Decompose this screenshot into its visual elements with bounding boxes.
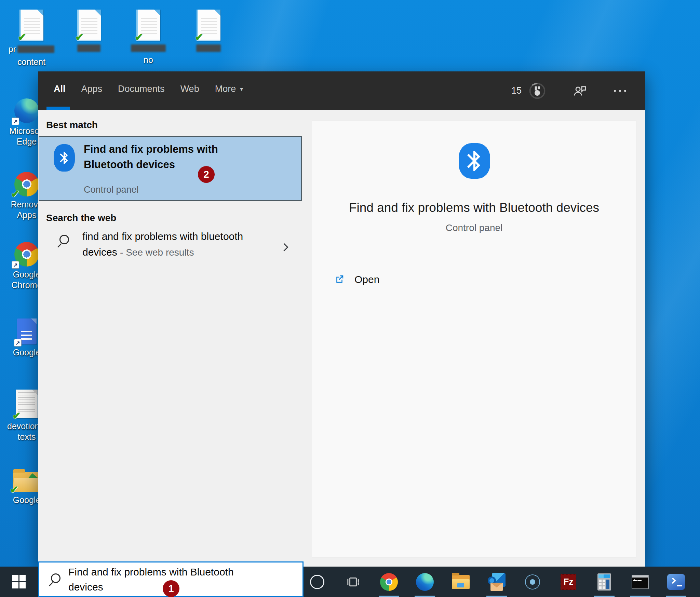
filezilla-icon: Fz bbox=[561, 574, 576, 590]
rewards-button[interactable]: 15 bbox=[511, 83, 546, 99]
bluetooth-icon-large bbox=[459, 143, 490, 179]
shortcut-arrow-icon: ↗ bbox=[14, 339, 22, 347]
document-icon: ✔ bbox=[19, 10, 43, 41]
tab-more[interactable]: More▼ bbox=[215, 84, 244, 94]
file-explorer-icon bbox=[452, 575, 470, 589]
blurred-filename bbox=[196, 44, 221, 52]
rewards-medal-icon bbox=[529, 83, 546, 99]
open-external-icon bbox=[334, 274, 345, 284]
blurred-filename bbox=[77, 44, 100, 52]
chevron-down-icon: ▼ bbox=[239, 86, 244, 92]
taskbar-chrome-button[interactable] bbox=[380, 567, 398, 597]
bluetooth-icon bbox=[54, 144, 75, 172]
open-action[interactable]: Open bbox=[312, 270, 636, 294]
command-prompt-icon bbox=[632, 575, 649, 589]
desktop-doc-icon[interactable]: ✔ pr content bbox=[5, 10, 58, 67]
search-tabs: All Apps Documents Web More▼ bbox=[54, 71, 244, 107]
check-icon: ✔ bbox=[12, 410, 21, 422]
result-title: Find and fix problems with Bluetooth dev… bbox=[84, 141, 258, 172]
taskbar-recorder-button[interactable] bbox=[524, 567, 541, 597]
desktop-doc-icon[interactable]: ✔ bbox=[182, 10, 235, 55]
search-icon bbox=[48, 573, 62, 586]
annotation-badge-2: 2 bbox=[198, 166, 215, 183]
search-flyout-window: All Apps Documents Web More▼ 15 bbox=[38, 71, 645, 567]
shortcut-arrow-icon: ↗ bbox=[12, 118, 19, 125]
open-label: Open bbox=[354, 274, 379, 285]
check-icon: ✔ bbox=[135, 31, 143, 43]
web-suggestion-row[interactable]: find and fix problems with bluetooth dev… bbox=[38, 228, 304, 272]
more-options-button[interactable] bbox=[614, 90, 626, 92]
search-results-pane: Best match Find and fix problems with Bl… bbox=[38, 110, 304, 567]
see-web-results: - See web results bbox=[120, 247, 194, 258]
blurred-filename bbox=[17, 45, 54, 53]
powershell-icon bbox=[667, 574, 685, 590]
calculator-icon bbox=[597, 573, 611, 591]
search-the-web-header: Search the web bbox=[46, 213, 116, 223]
tab-web[interactable]: Web bbox=[180, 84, 199, 94]
search-header: All Apps Documents Web More▼ 15 bbox=[38, 71, 645, 110]
best-match-result[interactable]: Find and fix problems with Bluetooth dev… bbox=[39, 136, 302, 201]
taskbar-file-explorer-button[interactable] bbox=[452, 567, 470, 597]
outlook-icon bbox=[488, 573, 506, 591]
doc-label-prefix: pr bbox=[9, 44, 16, 54]
preview-subtitle: Control panel bbox=[312, 222, 636, 233]
check-icon: ✔ bbox=[195, 31, 203, 43]
web-suggestion-text: find and fix problems with bluetooth dev… bbox=[82, 229, 274, 260]
rewards-count: 15 bbox=[511, 85, 522, 96]
taskbar-edge-button[interactable] bbox=[416, 567, 434, 597]
check-icon: ✔ bbox=[10, 484, 18, 496]
check-icon: ✔ bbox=[75, 31, 84, 43]
feedback-icon[interactable] bbox=[572, 83, 587, 98]
taskbar-outlook-button[interactable] bbox=[488, 567, 506, 597]
taskbar-task-view-button[interactable] bbox=[344, 567, 362, 597]
check-icon: ✔ bbox=[18, 31, 26, 43]
tab-documents[interactable]: Documents bbox=[118, 84, 165, 94]
best-match-header: Best match bbox=[46, 120, 98, 131]
doc-label: content bbox=[6, 57, 57, 67]
search-icon bbox=[56, 234, 70, 248]
taskbar-calculator-button[interactable] bbox=[595, 567, 613, 597]
chevron-right-icon[interactable] bbox=[280, 243, 288, 251]
annotation-badge-1: 1 bbox=[163, 580, 179, 597]
start-button[interactable] bbox=[0, 567, 38, 597]
desktop-doc-icon[interactable]: ✔ bbox=[62, 10, 116, 55]
preview-title: Find and fix problems with Bluetooth dev… bbox=[312, 201, 636, 215]
shortcut-arrow-icon: ↗ bbox=[12, 261, 19, 269]
task-view-icon bbox=[346, 575, 360, 589]
check-icon: ✔ bbox=[11, 188, 19, 200]
record-circle-icon bbox=[525, 574, 540, 589]
document-icon: ✔ bbox=[77, 10, 101, 41]
taskbar-powershell-button[interactable] bbox=[667, 567, 685, 597]
preview-card: Find and fix problems with Bluetooth dev… bbox=[312, 120, 636, 558]
taskbar-cortana-button[interactable] bbox=[308, 567, 326, 597]
preview-pane: Find and fix problems with Bluetooth dev… bbox=[304, 110, 645, 567]
document-icon: ✔ bbox=[136, 10, 160, 41]
doc-label: no bbox=[123, 55, 174, 65]
edge-icon bbox=[416, 573, 434, 591]
chrome-icon bbox=[380, 573, 398, 591]
blurred-filename bbox=[131, 44, 166, 52]
desktop-doc-icon[interactable]: ✔ no bbox=[122, 10, 175, 65]
windows-logo-icon bbox=[12, 575, 26, 588]
taskbar-filezilla-button[interactable]: Fz bbox=[560, 567, 577, 597]
document-icon: ✔ bbox=[197, 10, 220, 41]
taskbar-search-box[interactable]: Find and fix problems with Bluetooth dev… bbox=[38, 561, 304, 597]
taskbar-cmd-button[interactable] bbox=[631, 567, 649, 597]
active-tab-underline bbox=[46, 107, 70, 110]
cortana-icon bbox=[310, 575, 324, 589]
tab-all[interactable]: All bbox=[54, 84, 66, 94]
result-subtitle: Control panel bbox=[84, 185, 139, 195]
desktop: ✔ pr content ✔ ✔ no ✔ ↗ Microsoft Edge ✔… bbox=[0, 0, 700, 597]
divider bbox=[312, 255, 636, 255]
tab-apps[interactable]: Apps bbox=[81, 84, 103, 94]
